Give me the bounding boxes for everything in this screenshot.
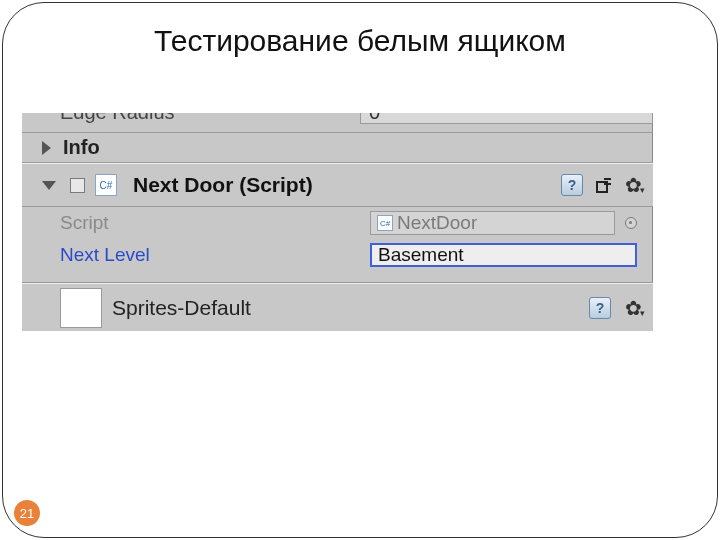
info-foldout[interactable]: Info [22,133,653,163]
next-level-label: Next Level [60,244,370,266]
script-value: NextDoor [397,212,477,234]
object-picker-icon[interactable] [625,217,637,229]
script-label: Script [60,212,370,234]
inspector-panel: Edge Radius 0 Info C# Next Door (Script)… [22,113,653,331]
material-name: Sprites-Default [112,296,579,320]
preset-icon[interactable] [593,174,615,196]
gear-icon[interactable]: ✿▾ [625,297,647,319]
material-preview-icon [60,288,102,328]
page-number-badge: 21 [14,500,40,526]
gear-icon[interactable]: ✿▾ [625,174,647,196]
script-object-field[interactable]: C# NextDoor [370,211,615,235]
csharp-mini-icon: C# [377,215,393,231]
script-property-row: Script C# NextDoor [22,207,653,239]
csharp-script-icon: C# [95,174,117,196]
component-title: Next Door (Script) [133,173,555,197]
foldout-arrow-icon [42,141,51,155]
help-icon[interactable]: ? [589,297,611,319]
edge-radius-value[interactable]: 0 [360,113,653,124]
foldout-arrow-down-icon [42,181,56,190]
component-enable-checkbox[interactable] [70,178,85,193]
script-component-header[interactable]: C# Next Door (Script) ? ✿▾ [22,163,653,207]
material-header[interactable]: Sprites-Default ? ✿▾ [22,283,653,331]
next-level-input[interactable] [370,243,637,267]
help-icon[interactable]: ? [561,174,583,196]
next-level-property-row: Next Level [22,239,653,271]
slide-title: Тестирование белым ящиком [0,24,720,58]
spacer [22,271,653,283]
property-row-cutoff: Edge Radius 0 [22,113,653,133]
edge-radius-label: Edge Radius [60,113,360,124]
info-label: Info [63,136,100,159]
